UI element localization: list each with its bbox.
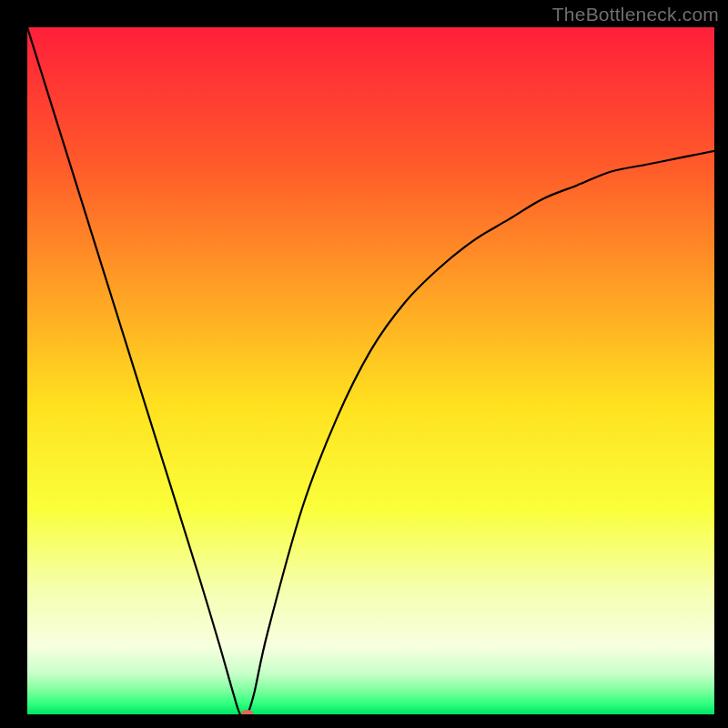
watermark-text: TheBottleneck.com	[552, 4, 719, 25]
bottleneck-chart	[0, 0, 728, 728]
chart-frame: TheBottleneck.com	[0, 0, 728, 728]
optimum-marker	[241, 710, 254, 719]
gradient-background	[27, 27, 714, 714]
